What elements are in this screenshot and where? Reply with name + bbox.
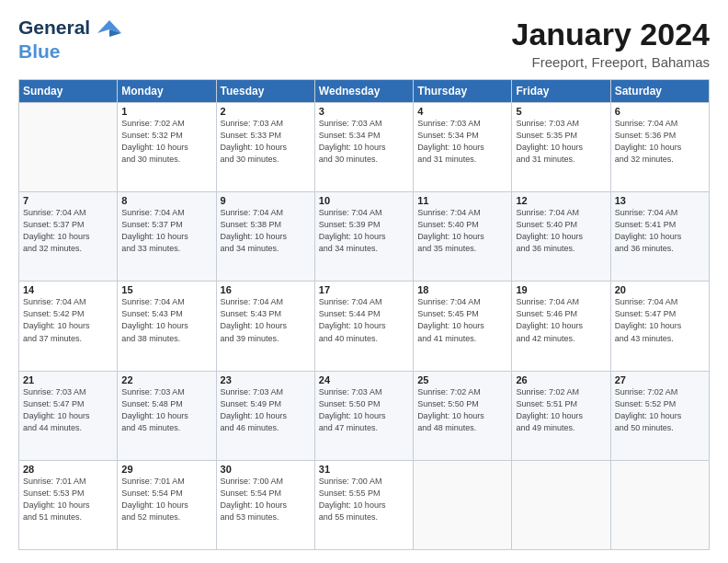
title-block: January 2024 Freeport, Freeport, Bahamas [512,17,711,70]
day-number: 7 [23,195,113,206]
day-number: 4 [417,106,507,117]
logo: General Blue [18,17,121,63]
day-info: Sunrise: 7:01 AM Sunset: 5:54 PM Dayligh… [121,476,211,523]
calendar-week-2: 7Sunrise: 7:04 AM Sunset: 5:37 PM Daylig… [19,192,710,282]
day-number: 3 [319,106,409,117]
day-info: Sunrise: 7:02 AM Sunset: 5:51 PM Dayligh… [516,386,606,434]
calendar-cell: 30Sunrise: 7:00 AM Sunset: 5:54 PM Dayli… [216,460,314,549]
day-info: Sunrise: 7:01 AM Sunset: 5:53 PM Dayligh… [23,476,113,523]
calendar-week-4: 21Sunrise: 7:03 AM Sunset: 5:47 PM Dayli… [19,371,710,460]
day-info: Sunrise: 7:03 AM Sunset: 5:35 PM Dayligh… [516,118,606,166]
calendar-cell: 23Sunrise: 7:03 AM Sunset: 5:49 PM Dayli… [216,371,314,460]
calendar-cell: 5Sunrise: 7:03 AM Sunset: 5:35 PM Daylig… [512,103,610,192]
day-info: Sunrise: 7:03 AM Sunset: 5:47 PM Dayligh… [23,386,113,434]
calendar-cell: 18Sunrise: 7:04 AM Sunset: 5:45 PM Dayli… [414,282,512,371]
day-info: Sunrise: 7:03 AM Sunset: 5:34 PM Dayligh… [417,118,507,166]
calendar-cell: 4Sunrise: 7:03 AM Sunset: 5:34 PM Daylig… [414,103,512,192]
calendar-cell: 22Sunrise: 7:03 AM Sunset: 5:48 PM Dayli… [118,371,216,460]
calendar-title: January 2024 [512,17,711,52]
day-number: 12 [516,195,606,206]
calendar-cell: 12Sunrise: 7:04 AM Sunset: 5:40 PM Dayli… [512,192,610,282]
calendar-cell: 13Sunrise: 7:04 AM Sunset: 5:41 PM Dayli… [610,192,709,282]
calendar-body: 1Sunrise: 7:02 AM Sunset: 5:32 PM Daylig… [19,103,710,550]
day-info: Sunrise: 7:03 AM Sunset: 5:49 PM Dayligh… [221,386,311,434]
day-info: Sunrise: 7:04 AM Sunset: 5:43 PM Dayligh… [221,296,311,344]
day-number: 11 [417,195,507,206]
weekday-header-row: SundayMondayTuesdayWednesdayThursdayFrid… [19,80,710,103]
day-number: 15 [121,284,211,295]
calendar-cell: 8Sunrise: 7:04 AM Sunset: 5:37 PM Daylig… [118,192,216,282]
day-number: 21 [23,374,113,385]
day-number: 29 [121,464,211,475]
day-info: Sunrise: 7:04 AM Sunset: 5:46 PM Dayligh… [516,296,606,344]
calendar-cell: 16Sunrise: 7:04 AM Sunset: 5:43 PM Dayli… [216,282,314,371]
day-number: 6 [615,106,705,117]
calendar-cell: 27Sunrise: 7:02 AM Sunset: 5:52 PM Dayli… [610,371,709,460]
day-info: Sunrise: 7:02 AM Sunset: 5:32 PM Dayligh… [121,118,211,166]
weekday-header-tuesday: Tuesday [216,80,314,103]
calendar-cell: 24Sunrise: 7:03 AM Sunset: 5:50 PM Dayli… [314,371,413,460]
calendar-cell [512,460,610,549]
logo-line2: Blue [18,40,121,63]
day-number: 10 [319,195,409,206]
day-number: 14 [23,284,113,295]
weekday-header-wednesday: Wednesday [314,80,413,103]
day-info: Sunrise: 7:02 AM Sunset: 5:52 PM Dayligh… [615,386,705,434]
calendar-cell: 7Sunrise: 7:04 AM Sunset: 5:37 PM Daylig… [19,192,118,282]
day-number: 16 [221,284,311,295]
weekday-header-thursday: Thursday [414,80,512,103]
calendar-cell: 9Sunrise: 7:04 AM Sunset: 5:38 PM Daylig… [216,192,314,282]
day-number: 22 [121,374,211,385]
day-number: 13 [615,195,705,206]
day-info: Sunrise: 7:04 AM Sunset: 5:38 PM Dayligh… [221,207,311,255]
day-info: Sunrise: 7:04 AM Sunset: 5:36 PM Dayligh… [615,118,705,166]
weekday-header-sunday: Sunday [19,80,118,103]
day-number: 8 [121,195,211,206]
calendar-subtitle: Freeport, Freeport, Bahamas [512,54,711,70]
calendar-cell: 2Sunrise: 7:03 AM Sunset: 5:33 PM Daylig… [216,103,314,192]
day-info: Sunrise: 7:04 AM Sunset: 5:42 PM Dayligh… [23,296,113,344]
day-info: Sunrise: 7:04 AM Sunset: 5:39 PM Dayligh… [319,207,409,255]
header: General Blue January 2024 Freeport, Free… [18,17,710,70]
logo-text: General [18,17,121,40]
day-number: 19 [516,284,606,295]
calendar-page: General Blue January 2024 Freeport, Free… [0,0,728,563]
day-number: 9 [221,195,311,206]
day-number: 1 [121,106,211,117]
calendar-cell: 6Sunrise: 7:04 AM Sunset: 5:36 PM Daylig… [610,103,709,192]
day-number: 20 [615,284,705,295]
day-info: Sunrise: 7:04 AM Sunset: 5:43 PM Dayligh… [121,296,211,344]
calendar-cell [414,460,512,549]
calendar-week-5: 28Sunrise: 7:01 AM Sunset: 5:53 PM Dayli… [19,460,710,549]
day-info: Sunrise: 7:04 AM Sunset: 5:40 PM Dayligh… [417,207,507,255]
weekday-header-monday: Monday [118,80,216,103]
day-number: 31 [319,464,409,475]
calendar-cell [610,460,709,549]
day-info: Sunrise: 7:04 AM Sunset: 5:40 PM Dayligh… [516,207,606,255]
day-number: 27 [615,374,705,385]
calendar-cell: 31Sunrise: 7:00 AM Sunset: 5:55 PM Dayli… [314,460,413,549]
calendar-week-3: 14Sunrise: 7:04 AM Sunset: 5:42 PM Dayli… [19,282,710,371]
day-info: Sunrise: 7:04 AM Sunset: 5:41 PM Dayligh… [615,207,705,255]
day-number: 25 [417,374,507,385]
day-number: 17 [319,284,409,295]
day-info: Sunrise: 7:00 AM Sunset: 5:54 PM Dayligh… [221,476,311,523]
calendar-cell: 11Sunrise: 7:04 AM Sunset: 5:40 PM Dayli… [414,192,512,282]
logo-bird-icon [97,17,121,40]
calendar-cell: 17Sunrise: 7:04 AM Sunset: 5:44 PM Dayli… [314,282,413,371]
day-info: Sunrise: 7:03 AM Sunset: 5:33 PM Dayligh… [221,118,311,166]
calendar-cell: 15Sunrise: 7:04 AM Sunset: 5:43 PM Dayli… [118,282,216,371]
day-number: 23 [221,374,311,385]
day-info: Sunrise: 7:02 AM Sunset: 5:50 PM Dayligh… [417,386,507,434]
calendar-cell: 26Sunrise: 7:02 AM Sunset: 5:51 PM Dayli… [512,371,610,460]
day-info: Sunrise: 7:04 AM Sunset: 5:47 PM Dayligh… [615,296,705,344]
weekday-header-friday: Friday [512,80,610,103]
calendar-cell: 21Sunrise: 7:03 AM Sunset: 5:47 PM Dayli… [19,371,118,460]
calendar-table: SundayMondayTuesdayWednesdayThursdayFrid… [18,79,710,550]
calendar-cell: 29Sunrise: 7:01 AM Sunset: 5:54 PM Dayli… [118,460,216,549]
day-number: 5 [516,106,606,117]
calendar-cell: 3Sunrise: 7:03 AM Sunset: 5:34 PM Daylig… [314,103,413,192]
calendar-cell: 10Sunrise: 7:04 AM Sunset: 5:39 PM Dayli… [314,192,413,282]
day-number: 30 [221,464,311,475]
day-info: Sunrise: 7:04 AM Sunset: 5:45 PM Dayligh… [417,296,507,344]
